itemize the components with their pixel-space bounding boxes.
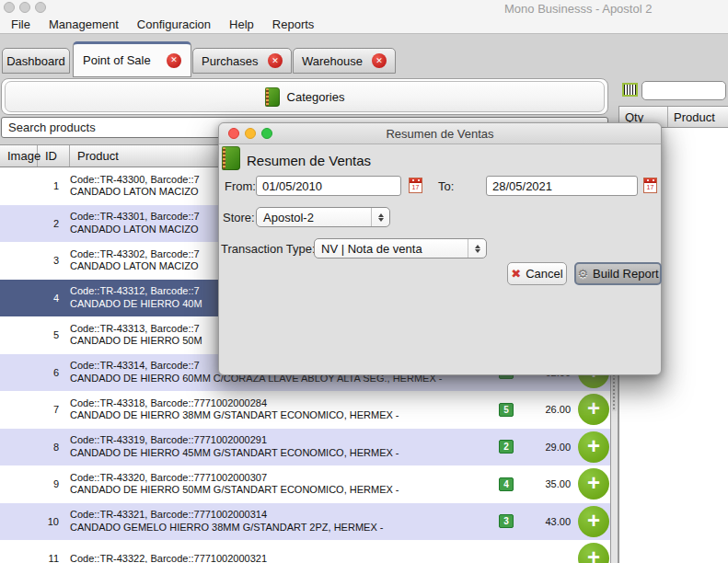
tab-point-of-sale[interactable]: Point of Sale <box>73 41 191 77</box>
dialog-zoom-button[interactable] <box>261 128 272 139</box>
product-id: 8 <box>0 442 70 453</box>
stock-badge: 3 <box>499 514 514 528</box>
window-title: Mono Businesss - Apostol 2 <box>504 2 652 16</box>
categories-button[interactable]: Categories <box>5 81 605 112</box>
tab-dashboard[interactable]: Dashboard <box>2 48 70 74</box>
stepper-icon <box>371 208 389 226</box>
close-tab-icon[interactable] <box>268 53 283 68</box>
cancel-button[interactable]: ✖ Cancel <box>507 262 567 285</box>
dialog-window-controls <box>228 128 272 139</box>
build-report-label: Build Report <box>593 267 659 281</box>
dialog-close-button[interactable] <box>228 128 239 139</box>
window-controls <box>4 2 46 13</box>
product-cell: Code::TR-43319, Barcode::7771002000291 C… <box>70 434 499 459</box>
transaction-type-select[interactable]: NV | Nota de venta <box>314 238 487 259</box>
table-row[interactable]: 10 Code::TR-43321, Barcode::777100200031… <box>0 503 610 541</box>
table-row[interactable]: 7 Code::TR-43318, Barcode::7771002000284… <box>0 391 610 429</box>
app-window: Mono Businesss - Apostol 2 File Manageme… <box>0 0 728 563</box>
dialog-title: Resumen de Ventas <box>386 127 493 141</box>
dialog-heading: Resumen de Ventas <box>247 153 371 168</box>
table-row[interactable]: 11 Code::TR-43322, Barcode::777100200032… <box>0 540 610 563</box>
menu-management[interactable]: Management <box>40 17 128 33</box>
red-x-icon: ✖ <box>511 268 521 280</box>
product-desc: CANDADO GEMELO HIERRO 38MM G/STANDART 2P… <box>70 522 499 534</box>
dialog-title-bar[interactable]: Resumen de Ventas <box>219 123 661 144</box>
product-code: Code::TR-43321, Barcode::7771002000314 <box>70 509 499 522</box>
table-row[interactable]: 9 Code::TR-43320, Barcode::7771002000307… <box>0 465 610 503</box>
product-id: 2 <box>0 218 70 229</box>
product-code: Code::TR-43318, Barcode::7771002000284 <box>70 397 499 410</box>
tab-warehouse[interactable]: Warehouse <box>293 48 396 74</box>
column-header-cart-product[interactable]: Product <box>668 107 715 127</box>
from-calendar-icon[interactable]: 17 <box>409 178 422 193</box>
zoom-window-button[interactable] <box>35 2 46 13</box>
product-price: 29.00 <box>526 442 571 453</box>
close-tab-icon[interactable] <box>167 53 181 68</box>
product-id: 7 <box>0 404 70 415</box>
product-cell: Code::TR-43318, Barcode::7771002000284 C… <box>70 397 499 422</box>
add-product-button[interactable] <box>578 506 609 537</box>
menu-file[interactable]: File <box>2 17 40 33</box>
title-bar: Mono Businesss - Apostol 2 File Manageme… <box>0 0 728 34</box>
stock-badge: 4 <box>499 477 514 491</box>
product-desc: CANDADO DE HIERRO 38MM G/STANDART ECONOM… <box>70 409 499 422</box>
menu-help[interactable]: Help <box>220 17 263 33</box>
product-cell: Code::TR-43322, Barcode::7771002000321 <box>70 553 499 563</box>
store-value: Apostol-2 <box>257 211 371 224</box>
store-select[interactable]: Apostol-2 <box>256 207 390 227</box>
barcode-icon <box>622 83 638 97</box>
product-code: Code::TR-43319, Barcode::7771002000291 <box>70 434 499 447</box>
product-id: 10 <box>0 516 70 527</box>
add-product-button[interactable] <box>578 394 609 425</box>
barcode-input[interactable] <box>641 81 726 100</box>
dialog-minimize-button[interactable] <box>245 128 256 139</box>
resumen-de-ventas-dialog: Resumen de Ventas Resumen de Ventas From… <box>218 122 662 375</box>
add-product-button[interactable] <box>578 431 609 463</box>
product-code: Code::TR-43322, Barcode::7771002000321 <box>70 553 499 563</box>
close-tab-icon[interactable] <box>372 53 387 68</box>
product-id: 11 <box>0 553 70 563</box>
product-id: 9 <box>0 478 70 489</box>
product-code: Code::TR-43320, Barcode::7771002000307 <box>70 472 499 485</box>
to-label: To: <box>438 179 454 193</box>
tab-label: Point of Sale <box>83 53 151 67</box>
menu-reports[interactable]: Reports <box>263 17 324 33</box>
build-report-button[interactable]: ⚙ Build Report <box>574 262 662 285</box>
product-id: 6 <box>0 367 70 378</box>
menu-bar: File Management Configuracion Help Repor… <box>2 17 323 33</box>
add-product-button[interactable] <box>578 468 609 500</box>
menu-configuracion[interactable]: Configuracion <box>128 17 220 33</box>
store-label: Store: <box>223 211 255 224</box>
to-calendar-icon[interactable]: 17 <box>643 178 657 193</box>
minimize-window-button[interactable] <box>19 2 30 13</box>
stock-badge: 5 <box>499 403 514 417</box>
transaction-type-label: Transaction Type: <box>221 242 316 256</box>
transaction-type-value: NV | Nota de venta <box>315 242 468 256</box>
product-price: 43.00 <box>526 516 571 527</box>
product-price: 35.00 <box>526 478 571 489</box>
product-id: 1 <box>0 180 70 191</box>
calendar-day: 17 <box>410 183 422 192</box>
report-book-icon <box>222 146 240 170</box>
calendar-day: 17 <box>644 183 656 192</box>
table-row[interactable]: 8 Code::TR-43319, Barcode::7771002000291… <box>0 429 610 466</box>
product-id: 3 <box>0 255 70 266</box>
gear-icon: ⚙ <box>577 268 588 280</box>
product-desc: CANDADO DE HIERRO 45MM G/STANDART ECONOM… <box>70 447 499 460</box>
from-label: From: <box>225 179 256 193</box>
book-icon <box>265 87 280 107</box>
from-date-input[interactable] <box>256 176 401 196</box>
product-id: 5 <box>0 329 70 340</box>
product-cell: Code::TR-43321, Barcode::7771002000314 C… <box>70 509 499 534</box>
tab-label: Dashboard <box>6 54 65 68</box>
product-cell: Code::TR-43320, Barcode::7771002000307 C… <box>70 472 499 497</box>
tab-purchases[interactable]: Purchases <box>192 48 292 74</box>
categories-label: Categories <box>287 90 345 104</box>
column-header-id[interactable]: ID <box>38 145 70 167</box>
column-header-image[interactable]: Image <box>0 145 38 167</box>
close-window-button[interactable] <box>4 2 15 13</box>
product-price: 26.00 <box>526 404 571 415</box>
stock-badge: 2 <box>499 440 514 454</box>
to-date-input[interactable] <box>486 176 638 196</box>
add-product-button[interactable] <box>578 543 609 563</box>
